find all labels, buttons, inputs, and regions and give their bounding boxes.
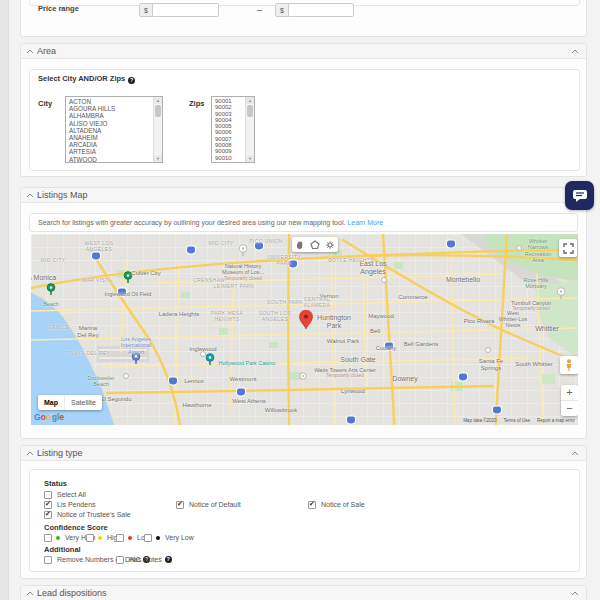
interstate-shield-icon — [459, 374, 467, 381]
route-shield-icon — [485, 347, 491, 353]
area-section-header[interactable]: Area — [21, 44, 586, 59]
unchecked-checkbox-icon[interactable] — [116, 556, 124, 564]
collapse-chevron-icon — [571, 591, 579, 596]
zips-label: Zips — [189, 99, 204, 108]
scroll-down-icon[interactable]: ▼ — [246, 155, 254, 162]
currency-prefix-icon: $ — [275, 3, 289, 17]
city-option-anaheim[interactable]: ANAHEIM — [66, 134, 154, 141]
area-panel: Area Select City AND/OR Zips City ACTONA… — [20, 43, 587, 177]
city-option-alhambra[interactable]: ALHAMBRA — [66, 112, 154, 119]
street-view-pegman-button[interactable] — [560, 356, 578, 374]
collapse-chevron-icon — [571, 49, 579, 54]
map-fullscreen-button[interactable] — [559, 239, 577, 257]
interstate-shield-icon — [237, 389, 245, 396]
interstate-shield-icon — [169, 378, 177, 385]
help-icon[interactable] — [128, 77, 135, 84]
report-map-error-link[interactable]: Report a map error — [537, 418, 575, 423]
listings-map-panel: Listings Map Search for listings with gr… — [20, 187, 587, 439]
area-section-title: Area — [37, 46, 56, 56]
draw-shape-icon[interactable] — [307, 237, 322, 252]
scrollbar-thumb[interactable] — [155, 105, 161, 117]
route-shield-icon — [200, 351, 206, 357]
pegman-icon — [565, 359, 573, 372]
checkbox-label: Has Notes — [129, 556, 162, 563]
satellite-view-button[interactable]: Satellite — [64, 395, 102, 410]
city-option-aliso-viejo[interactable]: ALISO VIEJO — [66, 120, 154, 127]
foreclosure-search-page: Price range $ – $ Area Select City AND/O… — [0, 0, 600, 600]
interstate-shield-icon — [92, 253, 100, 260]
mapping-tool-info-banner: Search for listings with greater accurac… — [29, 213, 578, 232]
city-option-acton[interactable]: ACTON — [66, 98, 154, 105]
listings-map-section-header[interactable]: Listings Map — [21, 188, 586, 203]
map-attribution: Map data ©2020 Terms of Use Report a map… — [463, 418, 575, 423]
scroll-down-icon[interactable]: ▼ — [154, 155, 162, 162]
city-listbox-scrollbar[interactable]: ▲▼ — [153, 97, 162, 162]
interstate-shield-icon — [347, 417, 355, 424]
price-range-separator: – — [257, 5, 262, 15]
city-option-altadena[interactable]: ALTADENA — [66, 127, 154, 134]
collapse-chevron-icon — [26, 49, 34, 54]
unchecked-checkbox-icon[interactable] — [44, 556, 52, 564]
additional-options: Remove Numbers on DNCHas Notes — [21, 446, 586, 578]
interstate-shield-icon — [493, 407, 501, 414]
map-type-control: Map Satellite — [38, 395, 102, 410]
learn-more-link[interactable]: Learn More — [347, 219, 383, 226]
listings-map-section-title: Listings Map — [37, 190, 88, 200]
settings-gear-icon[interactable] — [323, 237, 338, 252]
city-option-agoura-hills[interactable]: AGOURA HILLS — [66, 105, 154, 112]
map-zoom-control: + − — [561, 385, 578, 416]
price-range-label: Price range — [38, 4, 79, 13]
city-option-atwood[interactable]: ATWOOD — [66, 156, 154, 163]
city-label: City — [38, 99, 52, 108]
route-shield-icon — [381, 277, 387, 283]
checkbox-has-notes[interactable]: Has Notes — [116, 555, 172, 564]
scroll-up-icon[interactable]: ▲ — [154, 97, 162, 104]
city-option-artesia[interactable]: ARTESIA — [66, 148, 154, 155]
zoom-out-button[interactable]: − — [561, 400, 578, 416]
interstate-shield-icon — [255, 243, 263, 250]
interstate-shield-icon — [118, 289, 126, 296]
zoom-in-button[interactable]: + — [561, 385, 578, 400]
route-shield-icon — [123, 373, 129, 379]
price-min-input[interactable] — [152, 3, 219, 17]
mapping-tool-info-text: Search for listings with greater accurac… — [38, 214, 383, 232]
price-range-panel: Price range $ – $ — [20, 0, 587, 37]
city-option-arcadia[interactable]: ARCADIA — [66, 141, 154, 148]
google-logo[interactable]: Google — [34, 412, 65, 422]
map-drawing-toolbar — [292, 237, 338, 252]
map-canvas[interactable]: ta MonicaCulver CityLadera HeightsInglew… — [31, 234, 578, 425]
route-shield-icon — [516, 245, 522, 251]
map-view-button[interactable]: Map — [38, 395, 64, 410]
terms-of-use-link[interactable]: Terms of Use — [503, 418, 530, 423]
chat-bubble-icon — [572, 189, 588, 203]
interstate-shield-icon — [187, 247, 195, 254]
interstate-shield-icon — [385, 343, 393, 350]
zips-listbox-scrollbar[interactable]: ▲▼ — [245, 97, 254, 162]
google-logo-letter: e — [60, 412, 65, 422]
lead-dispositions-section-title: Lead dispositions — [37, 588, 107, 598]
collapse-chevron-icon — [26, 193, 34, 198]
interstate-shield-icon — [447, 241, 455, 248]
price-max-input[interactable] — [288, 3, 354, 17]
city-listbox[interactable]: ACTONAGOURA HILLSALHAMBRAALISO VIEJOALTA… — [65, 96, 163, 163]
select-city-zips-label: Select City AND/OR Zips — [38, 74, 135, 84]
select-city-zips-text: Select City AND/OR Zips — [38, 74, 125, 83]
map-base-graphics — [31, 234, 578, 425]
google-logo-letter: G — [34, 412, 41, 422]
page-left-margin — [0, 0, 9, 600]
scroll-up-icon[interactable]: ▲ — [246, 97, 254, 104]
interstate-shield-icon — [289, 261, 297, 268]
lead-dispositions-panel: Lead dispositions — [20, 585, 587, 600]
collapse-chevron-icon — [26, 591, 34, 596]
listing-type-panel: Listing type Status Select AllLis Penden… — [20, 445, 587, 579]
help-icon[interactable] — [165, 556, 172, 563]
pan-hand-icon[interactable] — [292, 237, 307, 252]
chat-widget-button[interactable] — [565, 181, 594, 210]
zips-listbox[interactable]: 9000190002900039000490005900069000790008… — [211, 96, 255, 163]
scrollbar-thumb[interactable] — [247, 105, 253, 117]
zip-option-90010[interactable]: 90010 — [212, 155, 246, 161]
lead-dispositions-section-header[interactable]: Lead dispositions — [21, 586, 586, 600]
map-data-copyright: Map data ©2020 — [463, 418, 496, 423]
currency-prefix-icon: $ — [139, 3, 153, 17]
fullscreen-icon — [563, 243, 574, 254]
